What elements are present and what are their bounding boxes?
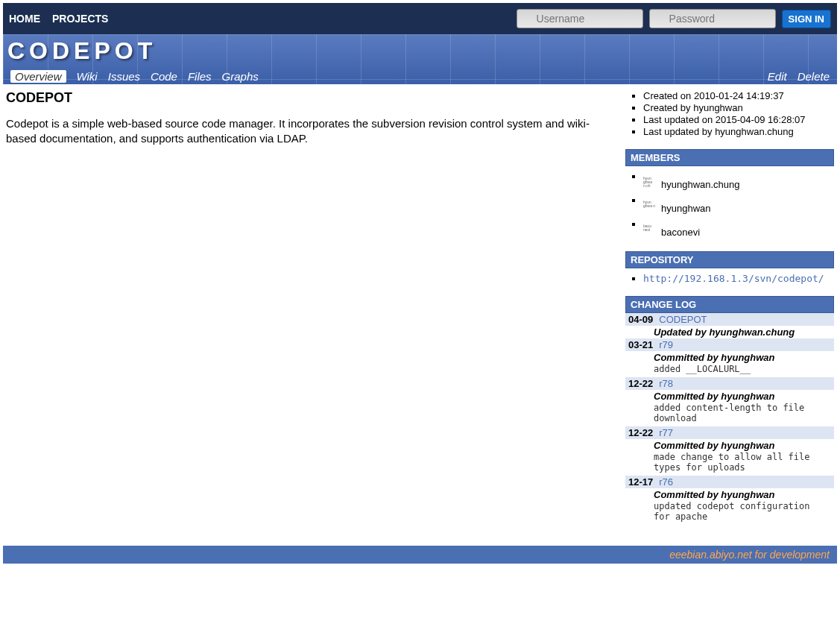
tab-graphs[interactable]: Graphs: [222, 70, 259, 83]
changelog-rev-link[interactable]: r77: [659, 427, 673, 438]
tab-issues[interactable]: Issues: [108, 70, 140, 83]
repository-link[interactable]: http://192.168.1.3/svn/codepot/: [643, 273, 824, 284]
changelog-date: 12-22: [628, 427, 653, 438]
changelog-by: Committed by hyunghwan: [625, 439, 834, 452]
tab-wiki[interactable]: Wiki: [77, 70, 98, 83]
description: Codepot is a simple web-based source cod…: [6, 116, 610, 145]
member-name: hyunghwan: [661, 203, 711, 214]
signin-button[interactable]: SIGN IN: [782, 10, 831, 28]
changelog-msg: updated codepot configuration for apache: [625, 501, 834, 525]
footer: eeebian.abiyo.net for development: [3, 546, 837, 564]
changelog-header: CHANGE LOG: [625, 296, 834, 313]
member-name: hyunghwan.chung: [661, 179, 740, 190]
changelog-row: 12-22r77: [625, 426, 834, 439]
content: CODEPOT Codepot is a simple web-based so…: [0, 84, 840, 537]
top-nav: HOME PROJECTS: [9, 13, 517, 25]
member-item: baco nevi baconevi: [643, 218, 834, 239]
tab-code[interactable]: Code: [151, 70, 177, 83]
header-band: CODEPOT Overview Wiki Issues Code Files …: [3, 34, 837, 84]
changelog-msg: made change to allow all file types for …: [625, 452, 834, 476]
members-list: hyun ghwa n.ch hyunghwan.chunghyun ghwa …: [625, 171, 834, 239]
password-input[interactable]: [649, 9, 776, 28]
meta-created-by: Created by hyunghwan: [643, 102, 834, 113]
meta-created-on: Created on 2010-01-24 14:19:37: [643, 90, 834, 101]
changelog-date: 12-22: [628, 378, 653, 389]
tab-actions: Edit Delete: [768, 70, 830, 83]
member-name: baconevi: [661, 227, 700, 238]
meta-updated-by: Last updated by hyunghwan.chung: [643, 126, 834, 137]
meta-updated-on: Last updated on 2015-04-09 16:28:07: [643, 114, 834, 125]
changelog-date: 03-21: [628, 339, 653, 350]
changelog-row: 04-09CODEPOT: [625, 313, 834, 326]
delete-link[interactable]: Delete: [798, 70, 830, 83]
projects-link[interactable]: PROJECTS: [52, 13, 108, 25]
member-item: hyun ghwa n.ch hyunghwan.chung: [643, 171, 834, 192]
changelog-row: 12-22r78: [625, 377, 834, 390]
changelog-rev-link[interactable]: CODEPOT: [659, 314, 707, 325]
changelog-by: Committed by hyunghwan: [625, 488, 834, 501]
changelog-date: 12-17: [628, 476, 653, 488]
tab-files[interactable]: Files: [188, 70, 212, 83]
changelog-by: Committed by hyunghwan: [625, 390, 834, 403]
avatar: hyun ghwa n.ch: [643, 177, 658, 192]
repository-item: http://192.168.1.3/svn/codepot/: [643, 273, 834, 284]
tab-overview[interactable]: Overview: [10, 70, 66, 83]
members-panel: MEMBERS hyun ghwa n.ch hyunghwan.chunghy…: [625, 149, 834, 239]
changelog-row: 12-17r76: [625, 476, 834, 488]
changelog-panel: CHANGE LOG 04-09CODEPOTUpdated by hyungh…: [625, 296, 834, 525]
changelog-date: 04-09: [628, 314, 653, 325]
changelog-row: 03-21r79: [625, 338, 834, 351]
main-column: CODEPOT Codepot is a simple web-based so…: [6, 90, 610, 537]
tab-nav: Overview Wiki Issues Code Files Graphs: [10, 70, 259, 83]
side-column: Created on 2010-01-24 14:19:37 Created b…: [625, 90, 834, 537]
edit-link[interactable]: Edit: [768, 70, 787, 83]
changelog-by: Updated by hyunghwan.chung: [625, 326, 834, 338]
member-item: hyun ghwa n hyunghwan: [643, 195, 834, 215]
changelog-body: 04-09CODEPOTUpdated by hyunghwan.chung03…: [625, 313, 834, 525]
members-header: MEMBERS: [625, 149, 834, 166]
changelog-msg: added content-length to file download: [625, 403, 834, 426]
changelog-rev-link[interactable]: r79: [659, 339, 673, 350]
home-link[interactable]: HOME: [9, 13, 40, 25]
repository-header: REPOSITORY: [625, 251, 834, 268]
changelog-msg: added __LOCALURL__: [625, 364, 834, 377]
page-title: CODEPOT: [6, 90, 610, 106]
changelog-by: Committed by hyunghwan: [625, 351, 834, 364]
avatar: baco nevi: [643, 224, 658, 239]
site-title: CODEPOT: [7, 37, 157, 65]
meta-list: Created on 2010-01-24 14:19:37 Created b…: [625, 90, 834, 137]
changelog-rev-link[interactable]: r78: [659, 378, 673, 389]
username-input[interactable]: [517, 9, 643, 28]
login-form: SIGN IN: [517, 9, 831, 28]
repository-panel: REPOSITORY http://192.168.1.3/svn/codepo…: [625, 251, 834, 284]
changelog-rev-link[interactable]: r76: [659, 476, 673, 488]
avatar: hyun ghwa n: [643, 201, 658, 215]
top-bar: HOME PROJECTS SIGN IN: [3, 3, 837, 34]
